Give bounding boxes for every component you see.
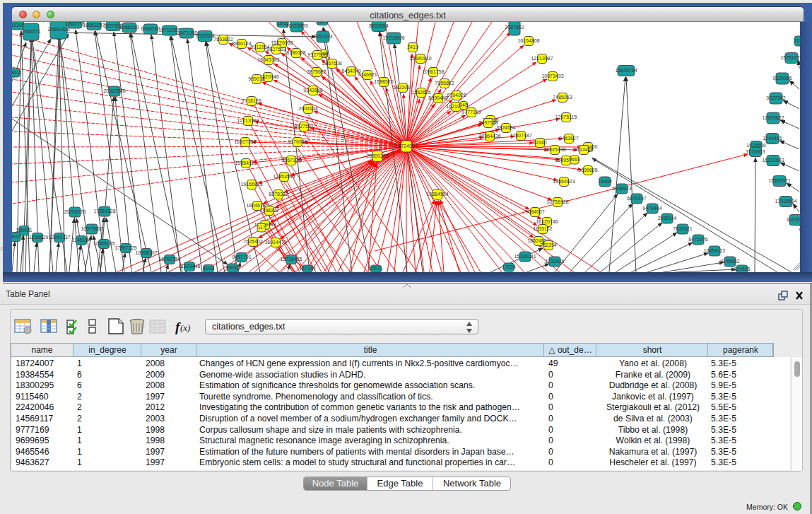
svg-text:16154808: 16154808 xyxy=(517,38,539,43)
svg-text:1562615: 1562615 xyxy=(411,90,430,95)
svg-text:11172: 11172 xyxy=(794,38,800,43)
svg-text:20053546: 20053546 xyxy=(103,88,125,93)
svg-text:19305: 19305 xyxy=(12,23,25,28)
svg-text:9242848: 9242848 xyxy=(303,88,322,93)
svg-text:16210643: 16210643 xyxy=(762,158,784,163)
svg-text:8960124: 8960124 xyxy=(232,41,251,46)
svg-text:9227342: 9227342 xyxy=(766,95,785,100)
svg-text:9457791: 9457791 xyxy=(232,255,251,259)
svg-text:1167533: 1167533 xyxy=(787,217,800,222)
svg-text:19166829: 19166829 xyxy=(240,182,262,187)
svg-text:7625402: 7625402 xyxy=(243,239,262,244)
svg-text:9463627: 9463627 xyxy=(559,136,578,141)
svg-text:7632621: 7632621 xyxy=(673,226,692,231)
svg-text:2935114: 2935114 xyxy=(658,216,677,221)
svg-text:6794028: 6794028 xyxy=(447,93,466,98)
svg-text:3215953: 3215953 xyxy=(746,149,765,154)
svg-text:1145194: 1145194 xyxy=(72,238,91,243)
svg-text:6497568: 6497568 xyxy=(478,120,498,125)
svg-text:6466160: 6466160 xyxy=(141,26,160,31)
svg-text:7485063: 7485063 xyxy=(553,95,572,100)
svg-text:19218506: 19218506 xyxy=(382,35,404,40)
svg-text:5938923: 5938923 xyxy=(612,186,631,191)
svg-text:9084067: 9084067 xyxy=(525,209,544,214)
svg-text:(x): (x) xyxy=(180,322,190,333)
svg-text:62160: 62160 xyxy=(533,140,547,145)
svg-text:12213987: 12213987 xyxy=(531,56,553,61)
svg-text:252254: 252254 xyxy=(540,243,556,247)
svg-text:117: 117 xyxy=(257,225,265,230)
svg-text:9664: 9664 xyxy=(569,157,580,162)
svg-text:17957225: 17957225 xyxy=(114,245,136,250)
svg-text:10961758: 10961758 xyxy=(422,69,444,74)
svg-text:10973493: 10973493 xyxy=(541,74,563,78)
svg-text:16782759: 16782759 xyxy=(158,257,180,262)
svg-text:16543382: 16543382 xyxy=(257,57,279,62)
svg-text:17016504: 17016504 xyxy=(775,199,796,204)
svg-text:1024509: 1024509 xyxy=(746,143,765,148)
svg-text:16120746: 16120746 xyxy=(536,219,558,224)
svg-text:1905571: 1905571 xyxy=(21,29,40,34)
svg-text:3267130: 3267130 xyxy=(281,158,300,163)
svg-text:10025438: 10025438 xyxy=(543,147,565,152)
svg-text:20364436: 20364436 xyxy=(478,134,500,139)
svg-text:17334: 17334 xyxy=(502,264,516,269)
svg-text:25300205: 25300205 xyxy=(366,153,388,158)
svg-text:15692971: 15692971 xyxy=(768,178,790,183)
svg-text:3824554: 3824554 xyxy=(496,125,515,130)
svg-text:9699695: 9699695 xyxy=(578,168,597,173)
svg-text:16107554: 16107554 xyxy=(234,139,256,144)
svg-text:9327508: 9327508 xyxy=(307,52,326,57)
svg-text:10975867: 10975867 xyxy=(81,226,102,231)
svg-text:1192: 1192 xyxy=(203,266,213,271)
svg-text:2419: 2419 xyxy=(407,45,418,49)
svg-text:9170046: 9170046 xyxy=(288,139,307,144)
svg-text:15716485: 15716485 xyxy=(280,257,302,262)
svg-text:19654923: 19654923 xyxy=(553,179,575,184)
svg-text:1588520: 1588520 xyxy=(374,79,393,84)
svg-text:989018: 989018 xyxy=(248,76,264,81)
svg-text:10654112: 10654112 xyxy=(704,248,726,253)
svg-text:7515524: 7515524 xyxy=(195,33,214,38)
svg-text:9777169: 9777169 xyxy=(461,110,481,115)
svg-text:3875685: 3875685 xyxy=(307,69,326,74)
svg-text:9113468: 9113468 xyxy=(575,147,594,152)
svg-text:9329966: 9329966 xyxy=(772,76,792,81)
svg-text:1498222: 1498222 xyxy=(259,208,278,213)
svg-text:11156829: 11156829 xyxy=(27,235,48,240)
svg-text:15136141: 15136141 xyxy=(514,254,536,259)
svg-text:20206576: 20206576 xyxy=(64,209,86,214)
svg-text:199154: 199154 xyxy=(12,234,24,239)
svg-text:6879197: 6879197 xyxy=(627,196,646,201)
svg-text:19854923: 19854923 xyxy=(235,160,257,165)
svg-text:1860373: 1860373 xyxy=(65,22,84,26)
svg-text:945: 945 xyxy=(459,103,468,107)
svg-text:18724007: 18724007 xyxy=(395,144,417,148)
svg-text:20891406: 20891406 xyxy=(47,27,69,32)
svg-text:8471676: 8471676 xyxy=(688,237,707,242)
svg-text:12942737: 12942737 xyxy=(48,235,70,240)
svg-text:8878332: 8878332 xyxy=(269,192,288,197)
svg-text:8813054: 8813054 xyxy=(369,23,388,28)
svg-text:6466160: 6466160 xyxy=(119,25,139,30)
svg-text:1244415: 1244415 xyxy=(763,136,782,141)
svg-text:15226058: 15226058 xyxy=(271,40,293,45)
svg-text:157164: 157164 xyxy=(299,266,315,271)
svg-text:8427552: 8427552 xyxy=(294,124,313,129)
svg-text:16671355: 16671355 xyxy=(175,30,197,35)
svg-text:11923448: 11923448 xyxy=(179,264,201,269)
svg-text:7663822: 7663822 xyxy=(213,37,233,42)
svg-text:15751074: 15751074 xyxy=(780,55,800,60)
svg-text:16648784: 16648784 xyxy=(615,68,637,73)
svg-text:12505135: 12505135 xyxy=(93,241,114,246)
svg-text:16033809: 16033809 xyxy=(286,23,307,28)
svg-text:12353594: 12353594 xyxy=(273,174,295,179)
svg-text:15640910: 15640910 xyxy=(409,56,431,61)
svg-text:95083: 95083 xyxy=(225,265,240,270)
svg-text:10756928: 10756928 xyxy=(546,199,568,204)
svg-text:12975115: 12975115 xyxy=(555,115,577,119)
svg-text:8454749: 8454749 xyxy=(341,69,360,74)
svg-text:9245652: 9245652 xyxy=(720,259,739,264)
svg-text:20531: 20531 xyxy=(369,266,383,271)
svg-text:9474444: 9474444 xyxy=(642,206,661,211)
